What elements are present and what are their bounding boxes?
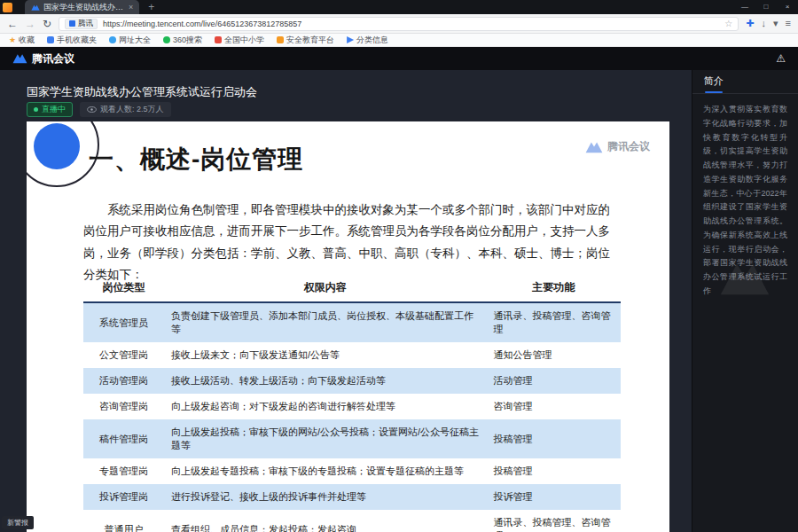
cell: 通讯录、投稿管理、咨询管理	[486, 510, 621, 532]
bookmark-item-classified[interactable]: 分类信息	[347, 35, 388, 46]
cell: 向上级发起专题投稿；审核下级的专题投稿；设置专题征稿的主题等	[164, 458, 487, 484]
table-row: 普通用户 查看组织、成员信息；发起投稿；发起咨询 通讯录、投稿管理、咨询管理	[83, 510, 621, 532]
browser-tab[interactable]: 国家学生资助战线办公管理… ×	[25, 0, 139, 14]
cell: 系统管理员	[83, 302, 164, 342]
globe-icon	[109, 36, 116, 43]
live-meta: 直播中 观看人数: 2.5万人	[27, 102, 171, 117]
site-verification-badge[interactable]: 腾讯	[65, 19, 98, 29]
cell: 接收上级活动、转发上级活动；向下级发起活动等	[164, 368, 487, 394]
live-icon	[34, 107, 38, 112]
sidebar-tabs: 简介	[692, 70, 798, 94]
menu-icon[interactable]: ≡	[786, 19, 791, 28]
watermark-logo-icon	[719, 261, 771, 300]
safety-icon	[277, 36, 284, 43]
meeting-m-icon	[585, 141, 603, 153]
slide-paragraph: 系统采用岗位角色制管理，即各管理模块中的接收对象为某一个或多个部门时，该部门中对…	[83, 200, 621, 286]
brand-name: 腾讯会议	[32, 51, 74, 66]
window-controls: — □ ×	[734, 0, 798, 14]
eye-icon	[87, 106, 97, 113]
forward-button[interactable]: →	[25, 19, 35, 29]
slide-title: 一、概述-岗位管理	[89, 143, 303, 176]
bookmark-label: 安全教育平台	[286, 35, 334, 46]
bookmark-item-school[interactable]: 全国中小学	[215, 35, 264, 46]
new-tab-button[interactable]: +	[148, 2, 154, 12]
bookmark-label: 全国中小学	[224, 35, 264, 46]
bookmark-item-safety[interactable]: 安全教育平台	[277, 35, 334, 46]
tencent-meeting-logo[interactable]: 腾讯会议	[12, 51, 74, 66]
cell: 负责创建下级管理员、添加本部门成员、岗位授权、本级基础配置工作等	[164, 302, 487, 342]
paper-plane-icon	[347, 36, 354, 43]
tencent-meeting-favicon	[31, 4, 40, 11]
table-row: 系统管理员 负责创建下级管理员、添加本部门成员、岗位授权、本级基础配置工作等 通…	[83, 302, 621, 342]
reload-button[interactable]: ↻	[43, 19, 51, 29]
browser-logo-icon[interactable]	[3, 3, 12, 12]
bookmark-star-icon[interactable]: ☆	[724, 19, 732, 28]
slide-watermark-logo: 腾讯会议	[585, 139, 650, 154]
viewer-count-badge: 观看人数: 2.5万人	[80, 102, 171, 117]
cell: 咨询管理	[486, 394, 621, 419]
live-title: 国家学生资助战线办公管理系统试运行启动会	[27, 84, 257, 100]
meeting-m-icon	[12, 53, 27, 64]
bookmark-label: 收藏	[19, 35, 35, 46]
table-row: 活动管理岗 接收上级活动、转发上级活动；向下级发起活动等 活动管理	[83, 368, 621, 394]
column-header: 权限内容	[164, 274, 487, 302]
shield-icon	[69, 20, 75, 27]
bookmark-item-sites[interactable]: 网址大全	[109, 35, 151, 46]
cell: 公文管理岗	[83, 342, 164, 368]
download-icon[interactable]: ↓	[762, 19, 767, 28]
column-header: 岗位类型	[83, 274, 164, 302]
site-badge-label: 腾讯	[78, 19, 93, 29]
table-row: 投诉管理岗 进行投诉登记、接收上级的投诉事件并处理等 投诉管理	[83, 484, 621, 510]
bookmark-item-360search[interactable]: 360搜索	[163, 35, 202, 46]
tab-title: 国家学生资助战线办公管理…	[43, 2, 125, 13]
browser-toolbar: ← → ↻ 腾讯 https://meeting.tencent.com/liv…	[0, 14, 798, 34]
bookmarks-bar: ★ 收藏 手机收藏夹 网址大全 360搜索 全国中小学 安全教育平台 分类信息	[0, 34, 798, 47]
cell: 向上级发起咨询；对下级发起的咨询进行解答处理等	[164, 394, 487, 419]
cell: 查看组织、成员信息；发起投稿；发起咨询	[164, 510, 487, 532]
dropdown-icon[interactable]: ▾	[773, 19, 778, 28]
live-status-badge: 直播中	[27, 102, 73, 117]
tab-close-icon[interactable]: ×	[129, 3, 133, 12]
live-status-label: 直播中	[42, 104, 66, 115]
cell: 活动管理	[486, 368, 621, 394]
url-text[interactable]: https://meeting.tencent.com/live/6465123…	[103, 20, 719, 28]
table-row: 公文管理岗 接收上级来文；向下级发送通知/公告等 通知公告管理	[83, 342, 621, 368]
slide-logo-label: 腾讯会议	[607, 139, 650, 154]
close-button[interactable]: ×	[777, 0, 798, 14]
cell: 投稿管理	[486, 458, 621, 484]
school-icon	[215, 36, 222, 43]
star-icon: ★	[9, 36, 16, 44]
cell: 咨询管理岗	[83, 394, 164, 419]
overlay-badge: 新警报	[2, 516, 34, 529]
bookmark-item-phone[interactable]: 手机收藏夹	[47, 35, 97, 46]
cell: 投诉管理岗	[83, 484, 164, 510]
bookmark-label: 360搜索	[173, 35, 202, 46]
browser-tab-strip: 国家学生资助战线办公管理… × + — □ ×	[0, 0, 798, 14]
address-bar[interactable]: 腾讯 https://meeting.tencent.com/live/6465…	[59, 17, 739, 31]
extensions-icon[interactable]: ✚	[746, 19, 754, 28]
phone-icon	[47, 36, 54, 43]
live-sidebar: 简介 为深入贯彻落实教育数字化战略行动要求，加快教育数字化转型升级，切实提高学生…	[692, 70, 798, 532]
table-header-row: 岗位类型 权限内容 主要功能	[83, 274, 621, 302]
cell: 稿件管理岗	[83, 419, 164, 458]
tab-intro[interactable]: 简介	[704, 74, 724, 93]
viewer-count-label: 观看人数: 2.5万人	[100, 104, 164, 115]
minimize-button[interactable]: —	[734, 0, 755, 14]
table-row: 稿件管理岗 向上级发起投稿；审核下级的网站/公众号投稿；设置网站/公众号征稿主题…	[83, 419, 621, 458]
position-table: 岗位类型 权限内容 主要功能 系统管理员 负责创建下级管理员、添加本部门成员、岗…	[83, 274, 621, 532]
cell: 投稿管理	[486, 419, 621, 458]
table-row: 专题管理岗 向上级发起专题投稿；审核下级的专题投稿；设置专题征稿的主题等 投稿管…	[83, 458, 621, 484]
cell: 通讯录、投稿管理、咨询管理	[486, 302, 621, 342]
cell: 投诉管理	[486, 484, 621, 510]
warning-icon[interactable]: ⚠	[776, 52, 786, 65]
bookmark-label: 网址大全	[119, 35, 151, 46]
bookmark-item-favorites[interactable]: ★ 收藏	[9, 35, 35, 46]
cell: 接收上级来文；向下级发送通知/公告等	[164, 342, 487, 368]
cell: 向上级发起投稿；审核下级的网站/公众号投稿；设置网站/公众号征稿主题等	[164, 419, 487, 458]
bookmark-label: 分类信息	[356, 35, 388, 46]
cell: 活动管理岗	[83, 368, 164, 394]
back-button[interactable]: ←	[7, 19, 18, 29]
cell: 通知公告管理	[486, 342, 621, 368]
search-360-icon	[163, 36, 170, 43]
maximize-button[interactable]: □	[755, 0, 777, 14]
